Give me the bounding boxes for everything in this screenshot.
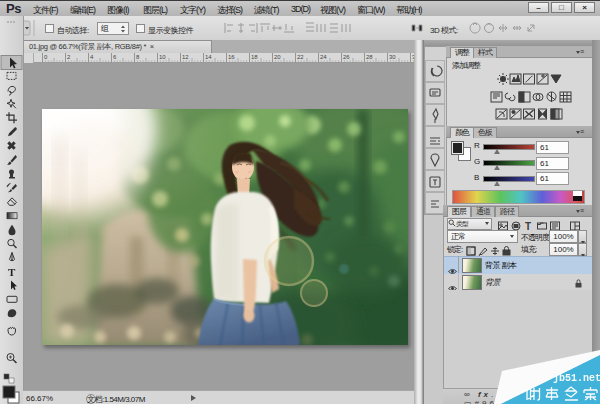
svg-text:14: 14: [205, 54, 212, 60]
svg-text:22: 22: [297, 54, 304, 60]
svg-text:12: 12: [182, 54, 189, 60]
svg-text:26: 26: [343, 54, 350, 60]
svg-text:28: 28: [366, 54, 373, 60]
svg-text:0: 0: [44, 54, 48, 60]
svg-text:10: 10: [159, 54, 166, 60]
svg-text:8: 8: [136, 54, 140, 60]
svg-text:24: 24: [320, 54, 327, 60]
svg-text:T: T: [525, 221, 531, 232]
svg-text:16: 16: [228, 54, 235, 60]
svg-text:18: 18: [251, 54, 258, 60]
svg-text:6: 6: [113, 54, 117, 60]
svg-text:30: 30: [389, 54, 396, 60]
svg-text:2: 2: [67, 54, 71, 60]
svg-text:T: T: [8, 266, 16, 278]
svg-text:4: 4: [90, 54, 94, 60]
svg-text:20: 20: [274, 54, 281, 60]
